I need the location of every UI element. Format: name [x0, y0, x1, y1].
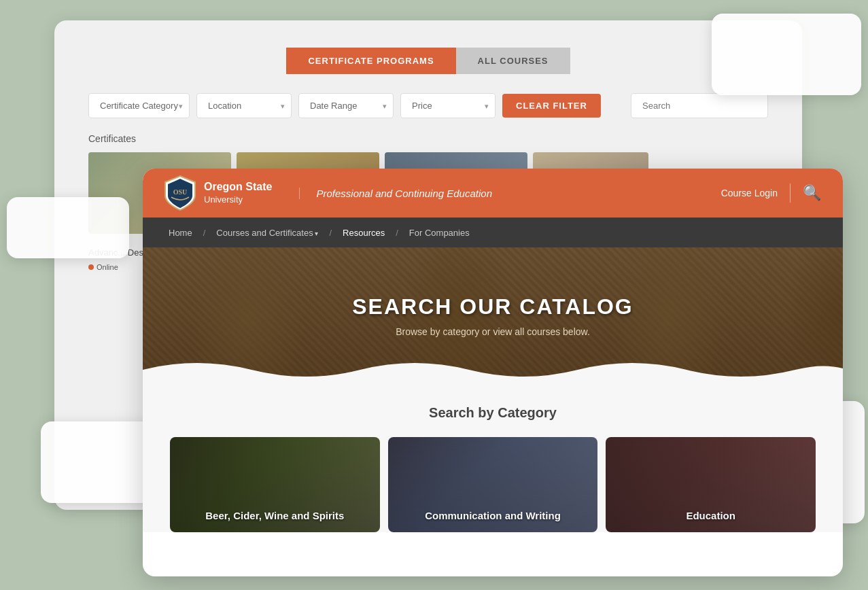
main-overlay: OSU Oregon State University Professional…	[143, 169, 843, 576]
category-filter[interactable]: Certificate Category	[88, 93, 190, 118]
osu-subtitle: Professional and Continuing Education	[299, 188, 721, 199]
search-input[interactable]	[631, 93, 768, 118]
date-range-filter-wrapper: Date Range	[298, 93, 394, 118]
category-cards: Beer, Cider, Wine and Spirits Communicat…	[170, 437, 816, 532]
category-card-education[interactable]: Education	[606, 437, 816, 532]
category-section: Search by Category Beer, Cider, Wine and…	[143, 383, 843, 532]
clear-filter-button[interactable]: CLEAR FILTER	[502, 94, 601, 118]
category-section-title: Search by Category	[170, 405, 816, 421]
osu-header: OSU Oregon State University Professional…	[143, 169, 843, 218]
online-dot	[88, 264, 94, 270]
date-range-filter[interactable]: Date Range	[298, 93, 394, 118]
location-filter[interactable]: Location	[196, 93, 292, 118]
osu-logo-area: OSU Oregon State University	[164, 175, 272, 211]
nav-sep-1: /	[201, 228, 209, 238]
osu-nav: Home / Courses and Certificates / Resour…	[143, 218, 843, 247]
category-filter-wrapper: Certificate Category	[88, 93, 190, 118]
nav-sep-2: /	[326, 228, 334, 238]
certificates-label: Certificates	[88, 133, 768, 144]
hero-title: SEARCH OUR CATALOG	[352, 294, 633, 319]
nav-courses[interactable]: Courses and Certificates	[212, 228, 322, 238]
nav-home[interactable]: Home	[164, 228, 196, 238]
location-filter-wrapper: Location	[196, 93, 292, 118]
category-card-label-education: Education	[606, 510, 816, 521]
nav-resources[interactable]: Resources	[338, 228, 389, 238]
all-courses-tab[interactable]: ALL COURSES	[456, 48, 570, 74]
header-divider	[790, 184, 791, 203]
search-icon[interactable]: 🔍	[803, 184, 821, 202]
right-top-card	[712, 14, 861, 95]
left-float-card	[7, 197, 129, 258]
tabs-row: CERTIFICATE PROGRAMS ALL COURSES	[88, 48, 768, 74]
nav-for-companies[interactable]: For Companies	[405, 228, 474, 238]
category-card-beer[interactable]: Beer, Cider, Wine and Spirits	[170, 437, 380, 532]
osu-university-text: Oregon State University	[204, 180, 272, 206]
hero-content: SEARCH OUR CATALOG Browse by category or…	[352, 294, 633, 337]
category-card-label-communication: Communication and Writing	[388, 510, 598, 521]
hero-section: SEARCH OUR CATALOG Browse by category or…	[143, 247, 843, 383]
header-right: Course Login 🔍	[721, 184, 821, 203]
price-filter[interactable]: Price	[400, 93, 496, 118]
price-filter-wrapper: Price	[400, 93, 496, 118]
nav-sep-3: /	[393, 228, 401, 238]
hero-wave	[143, 356, 843, 383]
osu-shield-icon: OSU	[164, 175, 196, 211]
certificate-programs-tab[interactable]: CERTIFICATE PROGRAMS	[286, 48, 455, 74]
course-login-link[interactable]: Course Login	[721, 188, 778, 198]
hero-subtitle: Browse by category or view all courses b…	[352, 326, 633, 337]
svg-text:OSU: OSU	[173, 188, 188, 196]
category-card-communication[interactable]: Communication and Writing	[388, 437, 598, 532]
online-label: Online	[97, 263, 118, 271]
category-card-label-beer: Beer, Cider, Wine and Spirits	[170, 510, 380, 521]
filters-row: Certificate Category Location Date Range…	[88, 93, 768, 118]
